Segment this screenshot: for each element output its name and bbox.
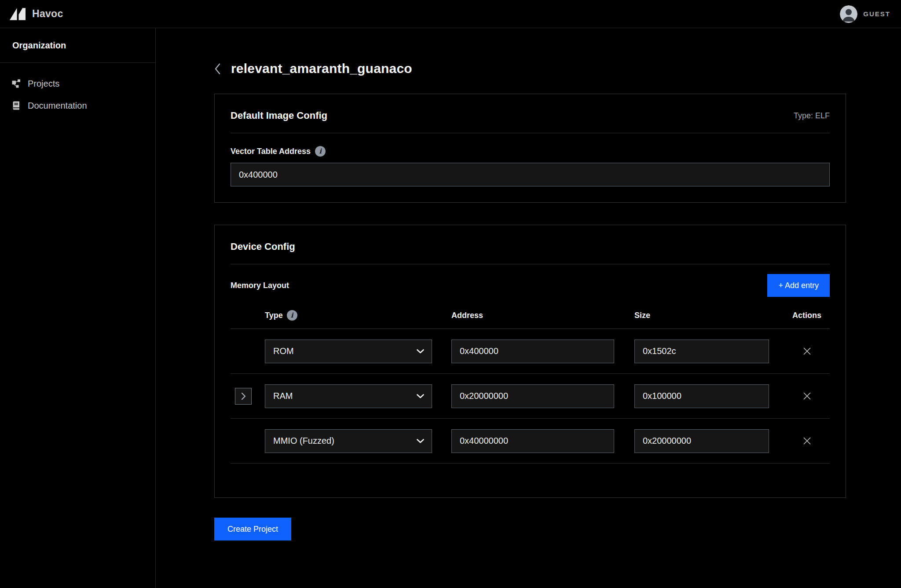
main-content: relevant_amaranth_guanaco Default Image … [156, 28, 901, 588]
divider [231, 133, 830, 133]
address-input[interactable] [451, 340, 614, 363]
chevron-down-icon [417, 394, 424, 398]
table-row: RAM [231, 374, 830, 419]
card-title: Default Image Config [231, 110, 327, 121]
back-button[interactable] [214, 63, 221, 75]
sidebar-nav: Projects Documentation [0, 63, 155, 117]
size-input[interactable] [634, 384, 769, 408]
type-select-value: MMIO (Fuzzed) [273, 436, 334, 446]
user-menu[interactable]: GUEST [840, 5, 891, 23]
info-icon[interactable]: i [315, 146, 326, 157]
vector-table-address-input[interactable] [231, 163, 830, 186]
type-cell: MMIO (Fuzzed) [265, 429, 451, 453]
chevron-left-icon [214, 63, 221, 75]
address-input[interactable] [451, 429, 614, 453]
flow-icon [12, 79, 21, 88]
remove-row-button[interactable] [801, 435, 813, 447]
page-header: relevant_amaranth_guanaco [214, 59, 901, 78]
create-project-button[interactable]: Create Project [214, 518, 291, 541]
memory-layout-row: Memory Layout + Add entry [231, 274, 830, 297]
memory-layout-label: Memory Layout [231, 281, 289, 290]
size-column-header: Size [634, 311, 784, 320]
chevron-down-icon [417, 439, 424, 443]
card-head: Device Config [231, 241, 830, 252]
close-icon [802, 436, 812, 446]
type-select[interactable]: RAM [265, 384, 432, 408]
image-type-label: Type: ELF [794, 111, 830, 121]
table-row: ROM [231, 329, 830, 374]
remove-row-button[interactable] [801, 390, 813, 402]
chevron-right-icon [241, 392, 246, 400]
type-select[interactable]: MMIO (Fuzzed) [265, 429, 432, 453]
actions-column-header: Actions [784, 311, 830, 320]
sidebar-item-label: Projects [28, 79, 59, 89]
actions-cell [784, 390, 830, 402]
address-cell [451, 429, 634, 453]
size-cell [634, 340, 784, 363]
type-select-value: ROM [273, 346, 294, 356]
expand-cell [231, 388, 265, 405]
card-title: Device Config [231, 241, 295, 252]
type-select-value: RAM [273, 391, 293, 401]
sidebar-section-organization[interactable]: Organization [0, 28, 155, 63]
address-input[interactable] [451, 384, 614, 408]
sidebar: Organization Projects Documentatio [0, 28, 156, 588]
type-cell: RAM [265, 384, 451, 408]
default-image-config-card: Default Image Config Type: ELF Vector Ta… [214, 94, 846, 203]
spacer [214, 203, 901, 225]
address-cell [451, 384, 634, 408]
divider [231, 264, 830, 264]
close-icon [802, 391, 812, 401]
size-cell [634, 429, 784, 453]
card-head: Default Image Config Type: ELF [231, 110, 830, 121]
memory-layout-table: Type i Address Size Actions ROM [231, 310, 830, 464]
expand-row-button[interactable] [235, 388, 252, 405]
vector-table-address-label: Vector Table Address [231, 147, 311, 156]
top-bar: Havoc GUEST [0, 0, 901, 28]
havoc-logo-icon [10, 8, 26, 20]
table-row: MMIO (Fuzzed) [231, 419, 830, 464]
page-title: relevant_amaranth_guanaco [231, 61, 412, 76]
address-column-header: Address [451, 311, 634, 320]
add-entry-button[interactable]: + Add entry [767, 274, 830, 297]
chevron-down-icon [417, 349, 424, 354]
table-header-row: Type i Address Size Actions [231, 310, 830, 329]
remove-row-button[interactable] [801, 345, 813, 358]
size-cell [634, 384, 784, 408]
sidebar-item-projects[interactable]: Projects [0, 73, 155, 95]
sidebar-item-documentation[interactable]: Documentation [0, 95, 155, 117]
size-input[interactable] [634, 429, 769, 453]
brand[interactable]: Havoc [10, 8, 63, 20]
field-label-row: Vector Table Address i [231, 146, 830, 157]
book-icon [12, 101, 21, 110]
actions-cell [784, 435, 830, 447]
create-project-row: Create Project [214, 518, 901, 541]
info-icon[interactable]: i [287, 310, 297, 321]
type-select[interactable]: ROM [265, 340, 432, 363]
size-input[interactable] [634, 340, 769, 363]
device-config-card: Device Config Memory Layout + Add entry … [214, 225, 846, 498]
sidebar-item-label: Documentation [28, 101, 87, 111]
brand-name: Havoc [32, 8, 63, 20]
actions-cell [784, 345, 830, 358]
close-icon [802, 347, 812, 356]
address-cell [451, 340, 634, 363]
avatar[interactable] [840, 5, 857, 23]
username-label: GUEST [863, 10, 890, 18]
type-cell: ROM [265, 340, 451, 363]
user-icon [840, 5, 857, 23]
type-column-header: Type i [265, 310, 451, 321]
